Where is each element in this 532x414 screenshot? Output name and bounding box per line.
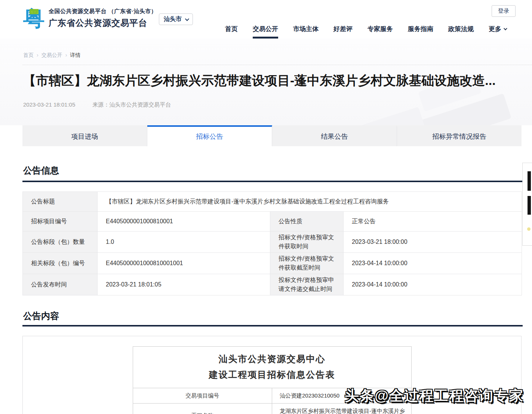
cell-value: 2023-03-21 18:00:00 (344, 231, 522, 253)
breadcrumb-trade-link[interactable]: 交易公开 (41, 52, 62, 59)
tab-tender-notice[interactable]: 招标公告 (147, 125, 272, 146)
table-row: 公告标题 【市辖区】龙湖东片区乡村振兴示范带建设项目-蓬中东溪片乡村文脉基础设施… (23, 192, 522, 212)
cell-value: E4405000001000810001 (98, 212, 270, 231)
breadcrumb-separator: › (65, 52, 67, 59)
nav-label: 专家服务 (368, 25, 393, 33)
cell-label: 公告发布时间 (23, 274, 98, 295)
cell-value: E4405000001000810001001 (98, 253, 270, 274)
nav-label: 更多 (489, 25, 501, 33)
platform-brand: 粤 全国公共资源交易平台 （广东省·汕头市） 广东省公共资源交易平台 (22, 4, 157, 33)
cell-value: 【市辖区】龙湖东片区乡村振兴示范带建设项目-蓬中东溪片乡村文脉基础设施改造工程全… (98, 192, 522, 212)
breadcrumb-home-link[interactable]: 首页 (23, 52, 34, 59)
cell-label: 公告标段（包）数量 (23, 231, 98, 253)
cell-value: 正常公告 (344, 212, 522, 231)
cell-label: 相关标段（包）编号 (23, 253, 98, 274)
page-meta: 2023-03-21 18:01:05 来源：汕头市公共资源交易平台 (23, 101, 171, 108)
nav-item-service-guide[interactable]: 服务指南 (408, 19, 433, 39)
announcement-info-table: 公告标题 【市辖区】龙湖东片区乡村振兴示范带建设项目-蓬中东溪片乡村文脉基础设施… (22, 191, 522, 295)
main-nav: 首页 交易公开 市场主体 好差评 专家服务 服务指南 政策法规 更多 (225, 19, 506, 39)
tab-result-notice[interactable]: 结果公告 (272, 125, 397, 146)
nav-label: 首页 (225, 25, 238, 33)
breadcrumb-current: 详情 (70, 52, 80, 59)
nav-item-expert-service[interactable]: 专家服务 (368, 19, 393, 39)
table-row: 公告发布时间 2023-03-21 18:01:05 投标文件/资格预审申请文件… (23, 274, 522, 295)
hero-banner: 首页 › 交易公开 › 详情 【市辖区】龙湖东片区乡村振兴示范带建设项目-蓬中东… (0, 39, 532, 125)
brand-text: 全国公共资源交易平台 （广东省·汕头市） 广东省公共资源交易平台 (49, 8, 157, 29)
section-title-announcement-info: 公告信息 (23, 165, 59, 177)
clipped-text-fragment (528, 196, 531, 215)
page-title: 【市辖区】龙湖东片区乡村振兴示范带建设项目-蓬中东溪片乡村文脉基础设施改造... (23, 72, 524, 89)
nav-label: 政策法规 (448, 25, 474, 33)
platform-logo-icon: 粤 (22, 4, 46, 33)
cell-value: 1.0 (98, 231, 270, 253)
table-row: 招标项目编号 E4405000001000810001 公告性质 正常公告 (23, 212, 522, 231)
toutiao-watermark: 头条@全过程工程咨询专家 (345, 386, 524, 405)
tab-abnormal-report[interactable]: 招标异常情况报告 (397, 125, 522, 146)
publish-datetime: 2023-03-21 18:01:05 (23, 101, 75, 108)
nav-item-home[interactable]: 首页 (225, 19, 238, 39)
table-row: 汕头市公共资源交易中心 建设工程项目招标信息公告表 (133, 347, 411, 388)
doc-title-line2: 建设工程项目招标信息公告表 (133, 367, 411, 383)
nav-item-trade-open[interactable]: 交易公开 (253, 19, 278, 39)
doc-title-line1: 汕头市公共资源交易中心 (133, 351, 411, 367)
cell-value: 2023-04-14 10:00:00 (344, 274, 522, 295)
cell-label: 公告标题 (23, 192, 98, 212)
cell-label: 招标文件/资格预审文件获取时间 (270, 231, 344, 253)
top-header: 粤 全国公共资源交易平台 （广东省·汕头市） 广东省公共资源交易平台 汕头市 首… (0, 0, 532, 39)
nav-item-market-entity[interactable]: 市场主体 (293, 19, 319, 39)
chevron-down-icon (504, 27, 507, 30)
cell-value: 2023-03-21 18:01:05 (98, 274, 270, 295)
nav-item-rating[interactable]: 好差评 (333, 19, 353, 39)
nav-label: 好差评 (333, 25, 353, 33)
breadcrumb: 首页 › 交易公开 › 详情 (23, 52, 80, 59)
source-label: 来源：汕头市公共资源交易平台 (92, 101, 171, 108)
nav-item-policy[interactable]: 政策法规 (448, 19, 474, 39)
cell-label: 公告性质 (270, 212, 344, 231)
cell-label: 投标文件/资格预审申请文件递交截止时间 (270, 274, 344, 295)
logo-green-accent (30, 9, 39, 14)
nav-label: 交易公开 (253, 25, 278, 33)
tab-project-entry[interactable]: 项目进场 (22, 125, 147, 146)
nav-label: 服务指南 (408, 25, 433, 33)
brand-provincial-line: 广东省公共资源交易平台 (49, 17, 157, 29)
breadcrumb-separator: › (37, 52, 39, 59)
cell-value: 2023-04-14 10:00:00 (344, 253, 522, 274)
chevron-down-icon (185, 16, 189, 21)
nav-label: 市场主体 (293, 25, 319, 33)
detail-tabs: 项目进场 招标公告 结果公告 招标异常情况报告 (22, 125, 522, 146)
section-underline (22, 325, 523, 326)
table-row: 相关标段（包）编号 E4405000001000810001001 招标文件/资… (23, 253, 522, 274)
cell-label: 招标项目编号 (23, 212, 98, 231)
section-title-announcement-content: 公告内容 (23, 310, 59, 322)
nav-item-more[interactable]: 更多 (489, 19, 506, 39)
table-row: 公告标段（包）数量 1.0 招标文件/资格预审文件获取时间 2023-03-21… (23, 231, 522, 253)
cell-label: 招标文件/资格预审文件获取截至时间 (270, 253, 344, 274)
section-underline (22, 181, 523, 182)
login-button[interactable]: 登录 (492, 5, 516, 17)
cell-label: 交易项目编号 (133, 388, 272, 404)
dotted-divider (22, 65, 532, 65)
clipped-text-fragment (528, 171, 531, 191)
doc-title-cell: 汕头市公共资源交易中心 建设工程项目招标信息公告表 (133, 347, 411, 388)
cell-label: 工程名称 (133, 404, 272, 414)
city-selector-dropdown[interactable]: 汕头市 (159, 13, 193, 25)
floating-sidebar-widget[interactable] (522, 163, 532, 246)
clipped-dot-decor (527, 227, 531, 231)
keyboard-decor (347, 107, 425, 125)
brand-national-line: 全国公共资源交易平台 （广东省·汕头市） (49, 8, 157, 15)
city-selector-value: 汕头市 (164, 15, 182, 23)
